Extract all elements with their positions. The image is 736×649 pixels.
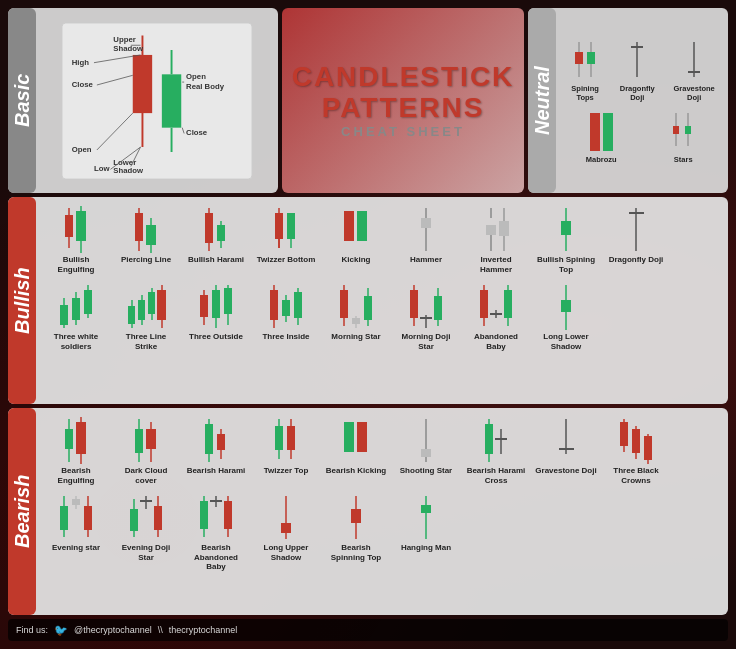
pattern-morning-star: Morning Star	[322, 278, 390, 353]
svg-rect-107	[410, 290, 418, 318]
pattern-dark-cloud-cover: Dark Cloud cover	[112, 412, 180, 487]
svg-rect-51	[205, 213, 213, 243]
svg-rect-85	[148, 292, 155, 314]
bullish-label: Bullish	[8, 197, 36, 404]
svg-rect-29	[587, 52, 595, 64]
pattern-stars: Stars	[668, 108, 698, 164]
svg-rect-2	[133, 54, 152, 112]
pattern-long-lower-shadow: Long Lower Shadow	[532, 278, 600, 353]
pattern-kicking: Kicking	[322, 201, 390, 276]
svg-rect-150	[620, 422, 628, 446]
footer: Find us: 🐦 @thecryptochannel \\ thecrypt…	[8, 619, 728, 641]
pattern-three-black-crowns: Three Black Crowns	[602, 412, 670, 487]
svg-rect-119	[561, 300, 571, 312]
svg-rect-168	[200, 501, 208, 529]
svg-rect-81	[128, 306, 135, 324]
svg-rect-134	[275, 426, 283, 450]
pattern-shooting-star: Shooting Star	[392, 412, 460, 487]
pattern-bearish-abandoned-baby: Bearish Abandoned Baby	[182, 489, 250, 574]
svg-rect-136	[287, 426, 295, 450]
svg-text:Real Body: Real Body	[186, 81, 225, 90]
footer-separator: \\	[158, 625, 163, 635]
svg-text:Open: Open	[72, 144, 92, 153]
pattern-dragonfly-doji-bullish: Dragonfly Doji	[602, 201, 670, 276]
svg-rect-103	[352, 318, 360, 324]
svg-rect-140	[421, 449, 431, 457]
title-line2: PATTERNS	[322, 93, 485, 124]
svg-rect-138	[357, 422, 367, 452]
svg-rect-124	[76, 422, 86, 454]
pattern-hammer: Hammer	[392, 201, 460, 276]
pattern-three-white-soldiers: Three white soldiers	[42, 278, 110, 353]
svg-rect-166	[154, 506, 162, 530]
pattern-twizzer-top: Twizzer Top	[252, 412, 320, 487]
footer-find-us: Find us:	[16, 625, 48, 635]
pattern-inverted-hammer: Inverted Hammer	[462, 201, 530, 276]
pattern-mabrozu: Mabrozu	[586, 108, 617, 164]
svg-rect-36	[590, 113, 600, 151]
svg-text:Open: Open	[186, 72, 206, 81]
svg-rect-130	[205, 424, 213, 454]
svg-rect-143	[485, 424, 493, 454]
svg-rect-105	[364, 296, 372, 320]
svg-rect-5	[162, 74, 181, 127]
svg-rect-70	[561, 221, 571, 235]
svg-rect-77	[72, 298, 80, 320]
pattern-gravestone-doji: Gravestone Doji	[668, 37, 720, 102]
svg-rect-126	[135, 429, 143, 453]
pattern-bullish-engulfing: Bullish Engulfing	[42, 201, 110, 276]
basic-diagram: Upper Shadow High Close Open Real Body O…	[57, 21, 257, 181]
twitter-icon: 🐦	[54, 624, 68, 637]
svg-rect-45	[76, 211, 86, 241]
svg-rect-174	[281, 523, 291, 533]
pattern-three-inside: Three Inside	[252, 278, 320, 353]
svg-rect-47	[135, 213, 143, 241]
pattern-piercing-line: Piercing Line	[112, 201, 180, 276]
pattern-gravestone-doji-bearish: Gravestone Doji	[532, 412, 600, 487]
title-line1: CANDLESTICK	[292, 62, 515, 93]
svg-rect-117	[504, 290, 512, 318]
pattern-three-line-strike: Three Line Strike	[112, 278, 180, 353]
svg-rect-128	[146, 429, 156, 449]
svg-rect-101	[340, 290, 348, 318]
svg-rect-97	[282, 300, 290, 316]
svg-rect-89	[200, 295, 208, 317]
svg-text:High: High	[72, 57, 89, 66]
svg-rect-160	[84, 506, 92, 530]
svg-rect-83	[138, 300, 145, 320]
svg-rect-172	[224, 501, 232, 529]
pattern-hanging-man: Hanging Man	[392, 489, 460, 574]
neutral-section: Neutral Spining Tops	[528, 8, 728, 193]
svg-rect-62	[421, 218, 431, 228]
title-line3: CHEAT SHEET	[341, 124, 465, 139]
svg-text:Close: Close	[186, 128, 208, 137]
neutral-label: Neutral	[528, 8, 556, 193]
svg-rect-113	[480, 290, 488, 318]
pattern-bullish-harami: Bullish Harami	[182, 201, 250, 276]
svg-rect-27	[575, 52, 583, 64]
svg-rect-95	[270, 290, 278, 320]
svg-rect-75	[60, 305, 68, 325]
svg-rect-137	[344, 422, 354, 452]
svg-rect-122	[65, 429, 73, 449]
svg-rect-154	[644, 436, 652, 460]
pattern-evening-star: Evening star	[42, 489, 110, 574]
svg-rect-59	[344, 211, 354, 241]
pattern-bearish-kicking: Bearish Kicking	[322, 412, 390, 487]
svg-rect-111	[434, 296, 442, 320]
bearish-section: Bearish Bearish Engulfing	[8, 408, 728, 615]
svg-rect-158	[72, 499, 80, 505]
pattern-bearish-spinning-top: Bearish Spinning Top	[322, 489, 390, 574]
svg-rect-65	[486, 225, 496, 235]
svg-rect-58	[287, 213, 295, 239]
svg-rect-37	[603, 113, 613, 151]
basic-section: Basic	[8, 8, 278, 193]
pattern-dragonfly-doji: Dragonfly Doji	[614, 37, 660, 102]
pattern-three-outside: Three Outside	[182, 278, 250, 353]
svg-rect-55	[275, 213, 283, 239]
title-card: CANDLESTICK PATTERNS CHEAT SHEET	[282, 8, 524, 193]
svg-rect-87	[157, 290, 166, 320]
svg-rect-39	[673, 126, 679, 134]
pattern-bearish-harami-cross: Bearish Harami Cross	[462, 412, 530, 487]
svg-rect-68	[499, 221, 509, 236]
